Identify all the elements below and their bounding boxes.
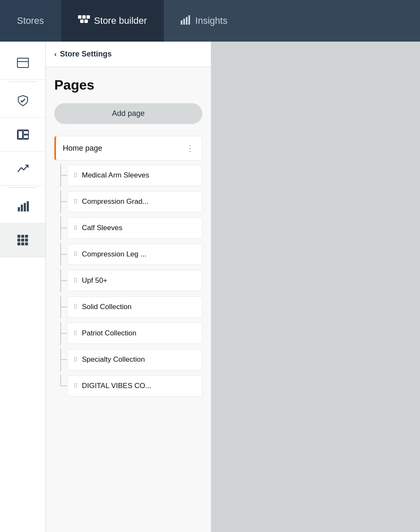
connector-7 (54, 322, 67, 345)
stores-tab[interactable]: Stores (0, 0, 61, 42)
top-navigation: Stores Store builder Insights (0, 0, 420, 42)
pages-content: Pages Add page Home page ⋮ ⠿ (46, 67, 211, 532)
insights-label: Insights (195, 15, 227, 26)
home-page-label: Home page (63, 144, 102, 153)
list-item[interactable]: ⠿ Solid Collection (67, 296, 202, 318)
svg-rect-9 (17, 58, 28, 68)
svg-rect-8 (188, 15, 190, 25)
pages-title: Pages (54, 77, 202, 93)
svg-rect-21 (25, 235, 28, 238)
svg-rect-24 (25, 239, 28, 242)
svg-rect-3 (80, 20, 84, 23)
svg-rect-0 (78, 15, 81, 19)
sub-page-label: Solid Collection (82, 303, 132, 311)
svg-rect-25 (17, 242, 20, 245)
table-row: ⠿ Compression Grad... (54, 190, 202, 213)
list-item[interactable]: ⠿ Specialty Collection (67, 349, 202, 370)
sub-page-label: Specialty Collection (82, 355, 145, 364)
list-item[interactable]: ⠿ Upf 50+ (67, 270, 202, 291)
sub-page-label: Medical Arm Sleeves (82, 171, 149, 180)
drag-handle-icon: ⠿ (73, 251, 78, 257)
svg-rect-27 (25, 242, 28, 245)
home-page-menu-icon[interactable]: ⋮ (186, 143, 195, 153)
store-builder-label: Store builder (94, 15, 147, 26)
sidebar-item-gallery[interactable] (0, 118, 45, 152)
list-item[interactable]: ⠿ Compression Leg ... (67, 244, 202, 265)
svg-rect-1 (82, 15, 86, 19)
drag-handle-icon: ⠿ (73, 357, 78, 363)
connector-2 (54, 190, 67, 213)
sidebar-item-trending[interactable] (0, 152, 45, 186)
svg-rect-13 (23, 131, 28, 134)
connector-4 (54, 243, 67, 266)
svg-rect-12 (18, 131, 22, 138)
connector-3 (54, 217, 67, 239)
sub-page-label: Compression Grad... (82, 197, 148, 206)
svg-rect-2 (87, 15, 90, 19)
list-item[interactable]: ⠿ Calf Sleeves (67, 217, 202, 239)
connector-8 (54, 348, 67, 371)
drag-handle-icon: ⠿ (73, 278, 78, 284)
svg-rect-19 (17, 235, 20, 238)
connector-5 (54, 269, 67, 292)
drag-handle-icon: ⠿ (73, 225, 78, 231)
sidebar-divider-2 (9, 187, 36, 188)
sidebar-item-grid[interactable] (0, 223, 45, 257)
sidebar-icons (0, 42, 46, 532)
connector-6 (54, 296, 67, 318)
table-row: ⠿ Medical Arm Sleeves (54, 164, 202, 187)
drag-handle-icon: ⠿ (73, 304, 78, 310)
svg-rect-18 (27, 201, 29, 211)
sub-page-label: Compression Leg ... (82, 250, 146, 259)
table-row: ⠿ Upf 50+ (54, 269, 202, 292)
svg-rect-4 (84, 20, 88, 23)
svg-rect-10 (17, 58, 28, 62)
store-settings-back[interactable]: ‹ Store Settings (46, 42, 211, 67)
connector-1 (54, 164, 67, 187)
svg-rect-23 (21, 239, 24, 242)
connector-9 (54, 374, 67, 397)
drag-handle-icon: ⠿ (73, 172, 78, 178)
back-chevron-icon: ‹ (54, 51, 56, 58)
svg-rect-5 (181, 20, 182, 25)
insights-tab[interactable]: Insights (164, 0, 244, 42)
table-row: ⠿ Solid Collection (54, 296, 202, 318)
table-row: ⠿ Compression Leg ... (54, 243, 202, 266)
insights-icon (181, 15, 191, 27)
drag-handle-icon: ⠿ (73, 330, 78, 336)
drag-handle-icon: ⠿ (73, 199, 78, 205)
sub-pages-list: ⠿ Medical Arm Sleeves ⠿ Compression Grad… (54, 164, 202, 397)
store-builder-icon (78, 15, 90, 27)
sidebar-item-shield[interactable] (0, 84, 45, 118)
list-item[interactable]: ⠿ DIGITAL VIBES CO... (67, 375, 202, 397)
sub-page-label: Upf 50+ (82, 276, 107, 285)
pages-panel: ‹ Store Settings Pages Add page Home pag… (46, 42, 211, 532)
add-page-button[interactable]: Add page (54, 103, 202, 124)
sidebar-item-layout[interactable] (0, 46, 45, 80)
svg-rect-22 (17, 239, 20, 242)
svg-rect-6 (183, 19, 185, 25)
sub-page-label: Calf Sleeves (82, 224, 122, 232)
sidebar-divider-1 (9, 82, 36, 82)
list-item[interactable]: ⠿ Medical Arm Sleeves (67, 165, 202, 186)
svg-rect-15 (18, 207, 20, 211)
content-area (211, 42, 420, 532)
svg-rect-17 (24, 203, 26, 211)
home-page-item[interactable]: Home page ⋮ (54, 136, 202, 160)
list-item[interactable]: ⠿ Patriot Collection (67, 323, 202, 344)
store-builder-tab[interactable]: Store builder (61, 0, 164, 42)
svg-rect-7 (186, 17, 188, 25)
drag-handle-icon: ⠿ (73, 383, 78, 389)
stores-label: Stores (17, 15, 44, 26)
sidebar-item-bar-chart[interactable] (0, 189, 45, 223)
svg-rect-26 (21, 242, 24, 245)
main-layout: ‹ Store Settings Pages Add page Home pag… (0, 42, 420, 532)
list-item[interactable]: ⠿ Compression Grad... (67, 191, 202, 212)
table-row: ⠿ Specialty Collection (54, 348, 202, 371)
svg-rect-14 (23, 135, 28, 138)
table-row: ⠿ Patriot Collection (54, 322, 202, 345)
svg-rect-20 (21, 235, 24, 238)
store-settings-label: Store Settings (60, 50, 112, 59)
table-row: ⠿ Calf Sleeves (54, 217, 202, 239)
sub-page-label: DIGITAL VIBES CO... (82, 382, 151, 390)
